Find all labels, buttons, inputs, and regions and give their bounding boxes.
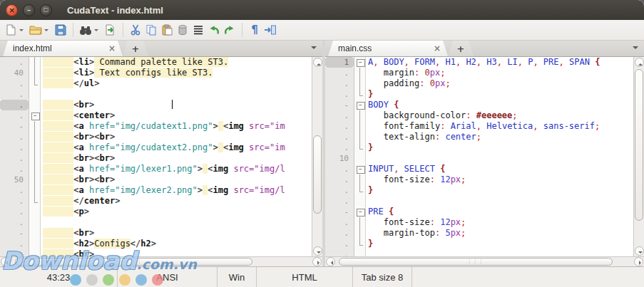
redo-button[interactable] bbox=[222, 21, 237, 38]
scroll-down-icon[interactable] bbox=[635, 246, 644, 256]
code-line[interactable]: . <br> bbox=[0, 249, 312, 256]
code-line[interactable]: . <a href="img/lexer1.png"> <img src="im… bbox=[0, 164, 312, 174]
code-text[interactable]: <a href="img/cudatext1.png"> <img src="i… bbox=[41, 121, 312, 132]
code-text[interactable]: font-size: 12px; bbox=[366, 217, 633, 228]
fold-marker-icon[interactable] bbox=[354, 57, 366, 68]
code-text[interactable]: } bbox=[366, 239, 633, 249]
code-line[interactable]: .} bbox=[325, 142, 633, 153]
status-line-ends[interactable]: Win bbox=[218, 267, 257, 287]
find-dropdown-icon[interactable] bbox=[94, 29, 98, 33]
code-text[interactable]: <center> bbox=[41, 110, 312, 121]
code-line[interactable]: . bbox=[325, 196, 633, 207]
code-line[interactable]: . font-family: Arial, Helvetica, sans-se… bbox=[325, 121, 633, 132]
undo-button[interactable] bbox=[206, 21, 222, 38]
code-text[interactable] bbox=[41, 217, 312, 228]
code-text[interactable] bbox=[366, 249, 633, 256]
code-text[interactable]: BODY { bbox=[366, 100, 633, 110]
tab-main-css[interactable]: main.css × bbox=[328, 41, 448, 56]
scroll-right-icon[interactable] bbox=[634, 257, 643, 266]
code-line[interactable]: . font-size: 12px; bbox=[325, 217, 633, 228]
status-tab-size[interactable]: Tab size 8 bbox=[353, 267, 412, 287]
minimize-button[interactable]: – bbox=[23, 4, 35, 16]
code-line[interactable]: . <br> bbox=[0, 100, 312, 110]
code-line[interactable]: . text-align: center; bbox=[325, 132, 633, 142]
code-line[interactable]: .INPUT, SELECT { bbox=[325, 164, 633, 174]
code-text[interactable]: <p> bbox=[41, 207, 312, 217]
code-text[interactable]: text-align: center; bbox=[366, 132, 633, 142]
code-text[interactable]: <br><br> bbox=[41, 153, 312, 164]
hscroll-thumb[interactable]: ⋮⋮⋮ bbox=[339, 258, 613, 266]
code-lines[interactable]: 1A, BODY, FORM, H1, H2, H3, LI, P, PRE, … bbox=[325, 57, 633, 256]
hscroll-thumb[interactable]: ⋮⋮⋮ bbox=[15, 258, 252, 266]
save-file-button[interactable] bbox=[53, 21, 68, 38]
fold-marker-icon[interactable] bbox=[354, 100, 366, 110]
code-line[interactable]: .} bbox=[325, 89, 633, 100]
code-line[interactable]: . </center> bbox=[0, 196, 312, 207]
horizontal-scrollbar[interactable]: ⋮⋮⋮ bbox=[325, 256, 644, 266]
code-text[interactable]: } bbox=[366, 89, 633, 100]
fold-marker-icon[interactable] bbox=[354, 207, 366, 217]
close-button[interactable]: × bbox=[6, 4, 18, 16]
code-text[interactable]: </center> bbox=[41, 196, 312, 207]
scroll-down-icon[interactable] bbox=[313, 246, 322, 256]
code-text[interactable]: } bbox=[366, 185, 633, 196]
code-line[interactable]: . </ul> bbox=[0, 78, 312, 89]
new-file-button[interactable] bbox=[3, 21, 19, 38]
code-text[interactable] bbox=[366, 153, 633, 164]
code-line[interactable]: . bbox=[325, 249, 633, 256]
tab-list-dropdown-icon[interactable] bbox=[633, 46, 638, 52]
code-text[interactable] bbox=[366, 196, 633, 207]
new-file-dropdown-icon[interactable] bbox=[19, 29, 24, 33]
fold-marker-icon[interactable] bbox=[29, 110, 41, 121]
tab-index-html[interactable]: index.html × bbox=[3, 41, 123, 56]
show-nonprinted-button[interactable]: ¶ bbox=[247, 21, 262, 38]
scroll-right-icon[interactable] bbox=[312, 257, 322, 266]
code-line[interactable]: .} bbox=[325, 239, 633, 249]
cut-button[interactable] bbox=[128, 21, 143, 38]
code-line[interactable]: . <center> bbox=[0, 110, 312, 121]
code-text[interactable]: <a href="img/lexer2.png"> <img src="img/… bbox=[41, 185, 312, 196]
code-line[interactable]: . margin-top: 5px; bbox=[325, 228, 633, 239]
code-text[interactable]: } bbox=[366, 142, 633, 153]
code-text[interactable]: margin: 0px; bbox=[366, 68, 633, 78]
code-text[interactable]: <br><br> bbox=[41, 132, 312, 142]
code-text[interactable]: <br> bbox=[41, 228, 312, 239]
code-line[interactable]: . margin: 0px; bbox=[325, 68, 633, 78]
code-line[interactable]: . <h2>Configs</h2> bbox=[0, 239, 312, 249]
code-line[interactable]: . <p> bbox=[0, 207, 312, 217]
status-caret-position[interactable]: 43:23 bbox=[0, 267, 118, 287]
code-line[interactable]: -PRE { bbox=[325, 207, 633, 217]
tab-list-dropdown-icon[interactable] bbox=[311, 46, 317, 52]
code-text[interactable]: margin-top: 5px; bbox=[366, 228, 633, 239]
vertical-scrollbar[interactable] bbox=[312, 57, 322, 256]
code-line[interactable]: . font-size: 12px; bbox=[325, 174, 633, 185]
code-line[interactable]: . <li> Command palette like ST3. bbox=[0, 57, 312, 68]
fold-marker-icon[interactable] bbox=[354, 164, 366, 174]
vertical-scrollbar[interactable] bbox=[633, 57, 644, 256]
scroll-up-icon[interactable] bbox=[313, 58, 322, 67]
code-line[interactable]: . background-color: #eeeeee; bbox=[325, 110, 633, 121]
code-line[interactable]: . <a href="img/cudatext2.png"> <img src=… bbox=[0, 142, 312, 153]
delete-button[interactable] bbox=[175, 21, 190, 38]
horizontal-scrollbar[interactable]: ⋮⋮⋮ bbox=[0, 256, 322, 266]
vscroll-thumb[interactable] bbox=[313, 135, 322, 214]
new-tab-button[interactable]: + bbox=[123, 41, 148, 56]
tab-close-icon[interactable]: × bbox=[434, 44, 441, 53]
vscroll-thumb[interactable] bbox=[635, 69, 643, 221]
scroll-up-icon[interactable] bbox=[635, 58, 644, 67]
code-line[interactable]: . bbox=[0, 217, 312, 228]
code-text[interactable]: font-size: 12px; bbox=[366, 174, 633, 185]
code-line[interactable]: . <a href="img/lexer2.png"> <img src="im… bbox=[0, 185, 312, 196]
code-line[interactable]: -BODY { bbox=[325, 100, 633, 110]
scroll-left-icon[interactable] bbox=[326, 257, 335, 266]
goto-file-button[interactable] bbox=[103, 21, 118, 38]
code-text[interactable]: </ul> bbox=[41, 78, 312, 89]
code-line[interactable]: - <a href="img/cudatext1.png"> <img src=… bbox=[0, 121, 312, 132]
code-text[interactable]: PRE { bbox=[366, 207, 633, 217]
open-file-dropdown-icon[interactable] bbox=[44, 29, 48, 33]
code-text[interactable]: A, BODY, FORM, H1, H2, H3, LI, P, PRE, S… bbox=[366, 57, 633, 68]
code-text[interactable]: INPUT, SELECT { bbox=[366, 164, 633, 174]
code-text[interactable]: padding: 0px; bbox=[366, 78, 633, 89]
status-encoding[interactable]: ANSI bbox=[118, 267, 218, 287]
paste-button[interactable] bbox=[159, 21, 175, 38]
